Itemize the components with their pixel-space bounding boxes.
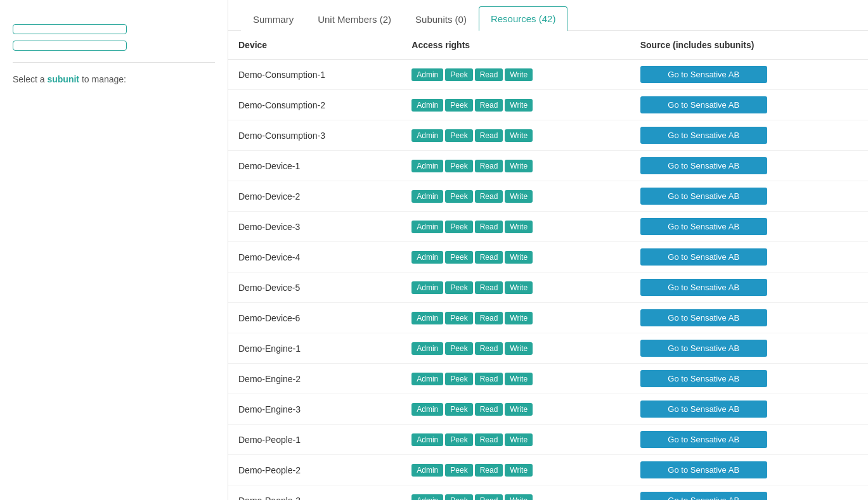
table-row: Demo-Device-2AdminPeekReadWriteGo to Sen… — [228, 181, 868, 212]
access-badge: Write — [505, 251, 533, 264]
access-badge: Admin — [411, 221, 443, 233]
access-badge: Read — [475, 99, 503, 112]
access-badge: Write — [505, 403, 533, 416]
access-badge: Peek — [445, 129, 472, 142]
access-badge: Admin — [411, 494, 443, 501]
go-to-source-button[interactable]: Go to Sensative AB — [640, 492, 767, 500]
access-rights-cell: AdminPeekReadWrite — [401, 151, 630, 181]
table-row: Demo-Engine-1AdminPeekReadWriteGo to Sen… — [228, 333, 868, 364]
go-to-source-button[interactable]: Go to Sensative AB — [640, 157, 767, 174]
col-header: Source (includes subunits) — [630, 31, 868, 60]
table-row: Demo-People-1AdminPeekReadWriteGo to Sen… — [228, 425, 868, 455]
go-to-source-button[interactable]: Go to Sensative AB — [640, 279, 767, 296]
go-to-source-button[interactable]: Go to Sensative AB — [640, 188, 767, 205]
source-cell: Go to Sensative AB — [630, 272, 868, 303]
table-row: Demo-Engine-3AdminPeekReadWriteGo to Sen… — [228, 394, 868, 425]
access-badge: Peek — [445, 312, 472, 324]
access-badge: Peek — [445, 251, 472, 264]
source-cell: Go to Sensative AB — [630, 120, 868, 151]
access-badge: Peek — [445, 373, 472, 385]
tab-bar: SummaryUnit Members (2)Subunits (0)Resou… — [228, 0, 868, 31]
access-badge: Admin — [411, 312, 443, 324]
go-to-source-button[interactable]: Go to Sensative AB — [640, 96, 767, 113]
header-row: DeviceAccess rightsSource (includes subu… — [228, 31, 868, 60]
tab-subunits[interactable]: Subunits (0) — [403, 7, 479, 31]
table-row: Demo-Consumption-1AdminPeekReadWriteGo t… — [228, 60, 868, 90]
sidebar-divider — [13, 62, 215, 63]
access-badge: Peek — [445, 68, 472, 81]
access-rights-cell: AdminPeekReadWrite — [401, 485, 630, 501]
source-cell: Go to Sensative AB — [630, 242, 868, 272]
access-badge: Write — [505, 190, 533, 203]
access-badge: Admin — [411, 68, 443, 81]
tab-unit-members[interactable]: Unit Members (2) — [306, 7, 403, 31]
access-badge: Read — [475, 494, 503, 501]
source-cell: Go to Sensative AB — [630, 455, 868, 485]
access-badge: Admin — [411, 281, 443, 294]
source-cell: Go to Sensative AB — [630, 333, 868, 364]
access-badge: Read — [475, 373, 503, 385]
access-badge: Read — [475, 281, 503, 294]
go-to-source-button[interactable]: Go to Sensative AB — [640, 401, 767, 418]
source-cell: Go to Sensative AB — [630, 60, 868, 90]
table-body: Demo-Consumption-1AdminPeekReadWriteGo t… — [228, 60, 868, 501]
source-cell: Go to Sensative AB — [630, 212, 868, 242]
access-badge: Write — [505, 221, 533, 233]
access-badge: Admin — [411, 373, 443, 385]
access-badge: Admin — [411, 342, 443, 355]
access-rights-cell: AdminPeekReadWrite — [401, 364, 630, 394]
device-cell: Demo-People-3 — [228, 485, 401, 501]
device-cell: Demo-Consumption-3 — [228, 120, 401, 151]
go-to-source-button[interactable]: Go to Sensative AB — [640, 431, 767, 448]
subunit-link[interactable]: subunit — [47, 74, 79, 84]
access-badge: Read — [475, 251, 503, 264]
source-cell: Go to Sensative AB — [630, 151, 868, 181]
access-badge: Read — [475, 464, 503, 477]
go-to-source-button[interactable]: Go to Sensative AB — [640, 309, 767, 326]
device-cell: Demo-Device-4 — [228, 242, 401, 272]
device-cell: Demo-Device-5 — [228, 272, 401, 303]
switch-org-button[interactable] — [13, 41, 127, 51]
go-to-source-button[interactable]: Go to Sensative AB — [640, 461, 767, 478]
access-badge: Write — [505, 373, 533, 385]
table-row: Demo-Device-5AdminPeekReadWriteGo to Sen… — [228, 272, 868, 303]
access-badge: Peek — [445, 464, 472, 477]
device-cell: Demo-Device-2 — [228, 181, 401, 212]
source-cell: Go to Sensative AB — [630, 303, 868, 333]
access-rights-cell: AdminPeekReadWrite — [401, 212, 630, 242]
go-to-source-button[interactable]: Go to Sensative AB — [640, 340, 767, 357]
access-rights-cell: AdminPeekReadWrite — [401, 455, 630, 485]
table-row: Demo-Consumption-2AdminPeekReadWriteGo t… — [228, 90, 868, 120]
access-rights-cell: AdminPeekReadWrite — [401, 333, 630, 364]
access-badge: Peek — [445, 494, 472, 501]
resources-table-area: DeviceAccess rightsSource (includes subu… — [228, 31, 868, 500]
access-badge: Admin — [411, 190, 443, 203]
access-rights-cell: AdminPeekReadWrite — [401, 120, 630, 151]
device-cell: Demo-Engine-2 — [228, 364, 401, 394]
go-to-source-button[interactable]: Go to Sensative AB — [640, 127, 767, 144]
access-badge: Admin — [411, 403, 443, 416]
access-badge: Write — [505, 464, 533, 477]
access-badge: Peek — [445, 221, 472, 233]
access-badge: Peek — [445, 99, 472, 112]
go-to-source-button[interactable]: Go to Sensative AB — [640, 66, 767, 83]
access-badge: Admin — [411, 129, 443, 142]
device-cell: Demo-Device-3 — [228, 212, 401, 242]
access-rights-cell: AdminPeekReadWrite — [401, 425, 630, 455]
access-badge: Read — [475, 129, 503, 142]
access-badge: Read — [475, 190, 503, 203]
select-subunit-label: Select a subunit to manage: — [13, 74, 215, 84]
go-to-source-button[interactable]: Go to Sensative AB — [640, 248, 767, 266]
go-to-source-button[interactable]: Go to Sensative AB — [640, 370, 767, 387]
access-badge: Peek — [445, 281, 472, 294]
tab-summary[interactable]: Summary — [241, 7, 306, 31]
access-rights-cell: AdminPeekReadWrite — [401, 181, 630, 212]
manage-org-button[interactable] — [13, 24, 127, 34]
access-badge: Read — [475, 342, 503, 355]
source-cell: Go to Sensative AB — [630, 181, 868, 212]
access-badge: Write — [505, 281, 533, 294]
tab-resources[interactable]: Resources (42) — [479, 6, 568, 31]
source-cell: Go to Sensative AB — [630, 90, 868, 120]
access-badge: Write — [505, 494, 533, 501]
go-to-source-button[interactable]: Go to Sensative AB — [640, 218, 767, 235]
